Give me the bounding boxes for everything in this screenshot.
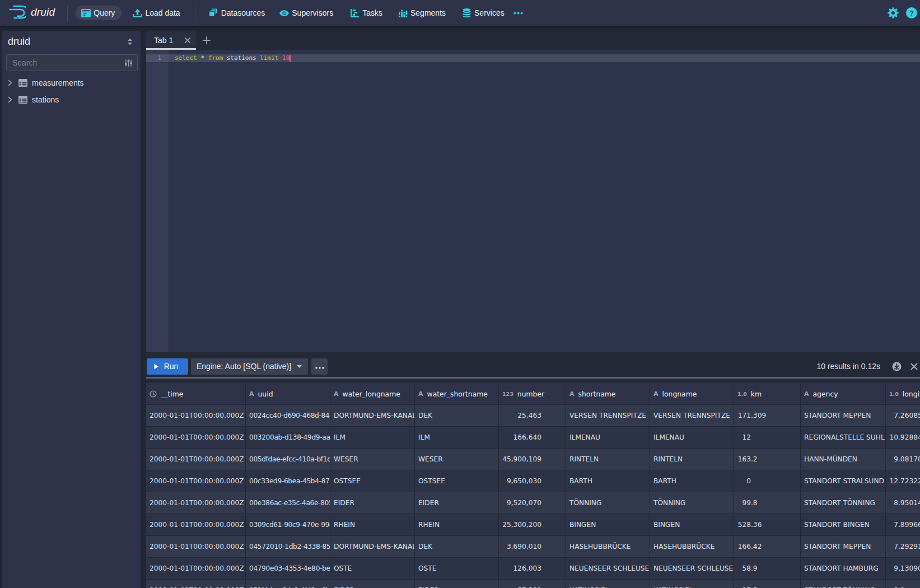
cell-__time[interactable]: 2000-01-01T00:00:00.000Z [146, 405, 246, 427]
run-button[interactable]: Run [147, 358, 188, 375]
nav-item-load-data[interactable]: Load data [133, 6, 180, 20]
cell-number[interactable]: 9,650,030 [499, 470, 566, 492]
cell-longitude[interactable]: 9.0817044 [886, 449, 920, 470]
nav-item-query[interactable]: Query [76, 6, 122, 20]
cell-shortname[interactable]: HASEHUBBRÜCKE [566, 536, 650, 558]
cell-number[interactable]: 45,900,109 [499, 449, 566, 470]
cell-agency[interactable]: STANDORT MEPPEN [801, 536, 886, 558]
cell-km[interactable]: 171.309 [734, 405, 801, 427]
help-button[interactable]: ? [906, 7, 917, 18]
cell-__time[interactable]: 2000-01-01T00:00:00.000Z [146, 492, 246, 514]
cell-shortname[interactable]: BINGEN [566, 514, 650, 536]
cell-water_shortname[interactable]: WESER [415, 449, 499, 470]
cell-agency[interactable]: REGIONALSTELLE SUHL [801, 427, 886, 449]
cell-water_longname[interactable]: WESER [330, 449, 415, 470]
cell-shortname[interactable]: TÖNNING [566, 492, 650, 514]
cell-water_shortname[interactable]: RHEIN [415, 514, 499, 536]
column-header-shortname[interactable]: Ashortname [566, 383, 650, 405]
cell-longitude[interactable]: 8.9501496 [886, 492, 920, 514]
cell-water_shortname[interactable]: OSTE [415, 558, 499, 580]
cell-km[interactable]: 17.5 [734, 580, 801, 588]
cell-shortname[interactable]: KATINGSIEL [566, 580, 650, 588]
column-header-agency[interactable]: Aagency [801, 383, 886, 405]
cell-__time[interactable]: 2000-01-01T00:00:00.000Z [146, 427, 246, 449]
cell-longname[interactable]: BINGEN [650, 514, 734, 536]
cell-longname[interactable]: RINTELN [650, 449, 734, 470]
cell-agency[interactable]: STANDORT BINGEN [801, 514, 886, 536]
search-input[interactable] [7, 58, 124, 67]
cell-uuid[interactable]: 003200ab-d138-49d9-aa83-ca8663c2bbd3 [246, 427, 330, 449]
cell-uuid[interactable]: 04572010-1db2-4338-85b0-64060a9bb1e9 [246, 536, 330, 558]
cell-water_shortname[interactable]: DEK [415, 536, 499, 558]
tab-close-button[interactable] [184, 37, 191, 44]
druid-logo[interactable]: druid [9, 5, 55, 20]
cell-uuid[interactable]: 051f4dca-6da8-4f42-a6b2-5a2c36e9e4b1 [246, 580, 330, 588]
more-options-button[interactable] [311, 358, 328, 375]
cell-longname[interactable]: VERSEN TRENNSPITZE [650, 405, 734, 427]
cell-longitude[interactable]: 9.1309031 [886, 558, 920, 580]
cell-water_shortname[interactable]: EIDER [415, 580, 499, 588]
cell-uuid[interactable]: 005dfdae-efcc-410a-bf1d-2cdbe305e7d8 [246, 449, 330, 470]
column-header-__time[interactable]: __time [146, 383, 246, 405]
cell-number[interactable]: 3,690,010 [499, 536, 566, 558]
cell-__time[interactable]: 2000-01-01T00:00:00.000Z [146, 536, 246, 558]
nav-item-datasources[interactable]: Datasources [209, 6, 265, 20]
download-results-button[interactable] [892, 362, 902, 371]
cell-uuid[interactable]: 0309cd61-90c9-470e-99d0-7e3c3c0a51a4 [246, 514, 330, 536]
column-header-number[interactable]: 123number [499, 383, 566, 405]
cell-agency[interactable]: STANDORT TÖNNING [801, 580, 886, 588]
cell-longname[interactable]: NEUENSEER SCHLEUSEN [650, 558, 734, 580]
cell-number[interactable]: 57,202 [499, 580, 566, 588]
nav-item-services[interactable]: Services [462, 6, 505, 20]
cell-agency[interactable]: STANDORT HAMBURG [801, 558, 886, 580]
cell-shortname[interactable]: RINTELN [566, 449, 650, 470]
cell-water_longname[interactable]: OSTE [330, 558, 415, 580]
cell-agency[interactable]: HANN-MÜNDEN [801, 449, 886, 470]
cell-number[interactable]: 25,463 [499, 405, 566, 427]
cell-km[interactable]: 528.36 [734, 514, 801, 536]
cell-agency[interactable]: STANDORT TÖNNING [801, 492, 886, 514]
cell-shortname[interactable]: NEUENSEER SCHLEUSEN [566, 558, 650, 580]
column-header-km[interactable]: 1.0km [734, 383, 801, 405]
nav-item-tasks[interactable]: Tasks [350, 6, 382, 20]
tree-item-stations[interactable]: stations [2, 91, 141, 108]
query-tab[interactable]: Tab 1 [146, 31, 196, 49]
cell-number[interactable]: 126,003 [499, 558, 566, 580]
settings-button[interactable] [888, 7, 899, 18]
cell-km[interactable]: 12 [734, 427, 801, 449]
cell-shortname[interactable]: VERSEN TRENNSPITZE [566, 405, 650, 427]
cell-longitude[interactable]: 7.2929131 [886, 536, 920, 558]
cell-number[interactable]: 25,300,200 [499, 514, 566, 536]
cell-water_shortname[interactable]: EIDER [415, 492, 499, 514]
cell-shortname[interactable]: ILMENAU [566, 427, 650, 449]
cell-km[interactable]: 99.8 [734, 492, 801, 514]
double-caret-vertical-icon[interactable] [127, 38, 133, 45]
cell-water_longname[interactable]: EIDER [330, 580, 415, 588]
cell-water_shortname[interactable]: OSTSEE [415, 470, 499, 492]
cell-__time[interactable]: 2000-01-01T00:00:00.000Z [146, 449, 246, 470]
cell-longitude[interactable]: 8.9 [886, 580, 920, 588]
tree-item-measurements[interactable]: measurements [2, 74, 141, 91]
cell-uuid[interactable]: 00c33ed9-6bea-45b4-871c-7a12e22b2b4e [246, 470, 330, 492]
sql-editor[interactable]: 1 select * from stations limit 10 [146, 50, 920, 352]
column-header-longitude[interactable]: 1.0longitude [886, 383, 920, 405]
cell-km[interactable]: 58.9 [734, 558, 801, 580]
cell-agency[interactable]: STANDORT STRALSUND [801, 470, 886, 492]
cell-uuid[interactable]: 04790e03-4353-4e80-bea4-66b5e4a163cc [246, 558, 330, 580]
cell-longname[interactable]: HASEHUBBRÜCKE [650, 536, 734, 558]
column-header-water_shortname[interactable]: Awater_shortname [415, 383, 499, 405]
nav-item-segments[interactable]: Segments [398, 6, 446, 20]
cell-longname[interactable]: TÖNNING [650, 492, 734, 514]
column-header-water_longname[interactable]: Awater_longname [330, 383, 415, 405]
cell-shortname[interactable]: BARTH [566, 470, 650, 492]
column-header-longname[interactable]: Alongname [650, 383, 734, 405]
add-tab-button[interactable] [200, 31, 213, 50]
cell-water_longname[interactable]: OSTSEE [330, 470, 415, 492]
cell-water_longname[interactable]: DORTMUND-EMS-KANAL [330, 405, 415, 427]
cell-longname[interactable]: KATINGSIEL [650, 580, 734, 588]
cell-longname[interactable]: BARTH [650, 470, 734, 492]
cell-water_longname[interactable]: ILM [330, 427, 415, 449]
cell-__time[interactable]: 2000-01-01T00:00:00.000Z [146, 558, 246, 580]
cell-water_longname[interactable]: EIDER [330, 492, 415, 514]
nav-item-more[interactable] [513, 6, 523, 20]
